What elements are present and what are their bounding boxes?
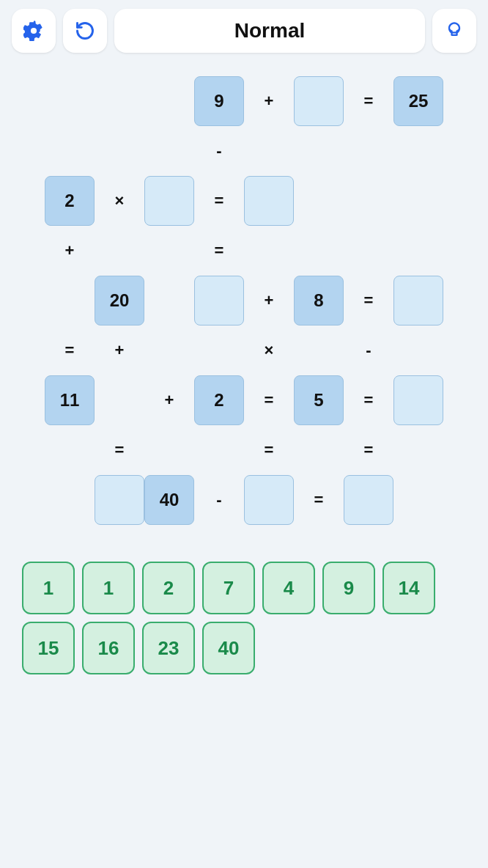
- cell-r9c6: =: [294, 475, 344, 525]
- spacer: [294, 425, 344, 475]
- cell-r7c3: +: [144, 375, 194, 425]
- puzzle-row-2: -: [45, 126, 443, 176]
- cell-r9c2[interactable]: [95, 475, 144, 525]
- spacer: [294, 326, 344, 375]
- spacer: [144, 76, 194, 126]
- tile-2[interactable]: 2: [142, 562, 195, 614]
- puzzle-row-1: 9 + = 25: [45, 76, 443, 126]
- cell-r3c3[interactable]: [144, 176, 194, 226]
- app-header: Normal: [0, 0, 488, 62]
- cell-r5c4[interactable]: [194, 276, 244, 326]
- puzzle-row-9: 40 - =: [45, 475, 443, 525]
- tile-9[interactable]: 9: [322, 562, 375, 614]
- puzzle-area: 9 + = 25 - 2 × = + =: [0, 62, 488, 540]
- puzzle-row-7: 11 + 2 = 5 =: [45, 375, 443, 425]
- hint-button[interactable]: [432, 9, 476, 53]
- cell-r6c7: -: [344, 326, 393, 375]
- cell-r8c2: =: [95, 425, 144, 475]
- spacer: [45, 126, 95, 176]
- difficulty-label: Normal: [114, 9, 425, 53]
- number-tiles-area: 1 1 2 7 4 9 14 15 16 23 40: [0, 540, 488, 696]
- cell-r6c2: +: [95, 326, 144, 375]
- puzzle-row-6: = + × -: [45, 326, 443, 375]
- cell-r1c4[interactable]: 9: [194, 76, 244, 126]
- cell-r3c5[interactable]: [244, 176, 294, 226]
- spacer: [144, 425, 194, 475]
- tiles-row-1: 1 1 2 7 4 9 14: [22, 562, 466, 614]
- spacer: [144, 326, 194, 375]
- cell-r3c2: ×: [95, 176, 144, 226]
- cell-r9c5[interactable]: [244, 475, 294, 525]
- cell-r5c2[interactable]: 20: [95, 276, 144, 326]
- cell-r1c7: =: [344, 76, 393, 126]
- cell-r7c5: =: [244, 375, 294, 425]
- tile-16[interactable]: 16: [82, 622, 135, 674]
- tile-40[interactable]: 40: [202, 622, 255, 674]
- cell-r5c8[interactable]: [393, 276, 443, 326]
- spacer: [144, 226, 194, 276]
- difficulty-text: Normal: [234, 19, 305, 43]
- spacer: [95, 126, 144, 176]
- cell-r7c4[interactable]: 2: [194, 375, 244, 425]
- tile-7[interactable]: 7: [202, 562, 255, 614]
- spacer: [45, 475, 95, 525]
- cell-r1c6[interactable]: [294, 76, 344, 126]
- tile-14[interactable]: 14: [382, 562, 435, 614]
- spacer: [95, 226, 144, 276]
- spacer: [144, 126, 194, 176]
- cell-r7c8[interactable]: [393, 375, 443, 425]
- cell-r2c4: -: [194, 126, 244, 176]
- puzzle-row-5: 20 + 8 =: [45, 276, 443, 326]
- spacer: [95, 375, 144, 425]
- puzzle-row-3: 2 × =: [45, 176, 443, 226]
- cell-r1c5: +: [244, 76, 294, 126]
- puzzle-grid: 9 + = 25 - 2 × = + =: [45, 76, 443, 525]
- cell-r9c7[interactable]: [344, 475, 393, 525]
- refresh-button[interactable]: [63, 9, 107, 53]
- cell-r5c6[interactable]: 8: [294, 276, 344, 326]
- cell-r5c7: =: [344, 276, 393, 326]
- spacer: [95, 76, 144, 126]
- spacer: [194, 326, 244, 375]
- cell-r9c3[interactable]: 40: [144, 475, 194, 525]
- cell-r3c1[interactable]: 2: [45, 176, 95, 226]
- cell-r8c7: =: [344, 425, 393, 475]
- tile-15[interactable]: 15: [22, 622, 75, 674]
- cell-r7c1[interactable]: 11: [45, 375, 95, 425]
- puzzle-row-4: + =: [45, 226, 443, 276]
- cell-r3c4: =: [194, 176, 244, 226]
- tile-1b[interactable]: 1: [82, 562, 135, 614]
- cell-r6c5: ×: [244, 326, 294, 375]
- puzzle-row-8: = = =: [45, 425, 443, 475]
- spacer: [45, 425, 95, 475]
- cell-r7c7: =: [344, 375, 393, 425]
- tiles-row-2: 15 16 23 40: [22, 622, 466, 674]
- cell-r6c1: =: [45, 326, 95, 375]
- tile-23[interactable]: 23: [142, 622, 195, 674]
- spacer: [45, 276, 95, 326]
- spacer: [144, 276, 194, 326]
- cell-r5c5: +: [244, 276, 294, 326]
- cell-r7c6[interactable]: 5: [294, 375, 344, 425]
- spacer: [194, 425, 244, 475]
- tile-1a[interactable]: 1: [22, 562, 75, 614]
- cell-r4c4: =: [194, 226, 244, 276]
- cell-r1c8[interactable]: 25: [393, 76, 443, 126]
- tile-4[interactable]: 4: [262, 562, 315, 614]
- settings-button[interactable]: [12, 9, 56, 53]
- cell-r4c1: +: [45, 226, 95, 276]
- cell-r8c5: =: [244, 425, 294, 475]
- cell-r9c4: -: [194, 475, 244, 525]
- spacer: [45, 76, 95, 126]
